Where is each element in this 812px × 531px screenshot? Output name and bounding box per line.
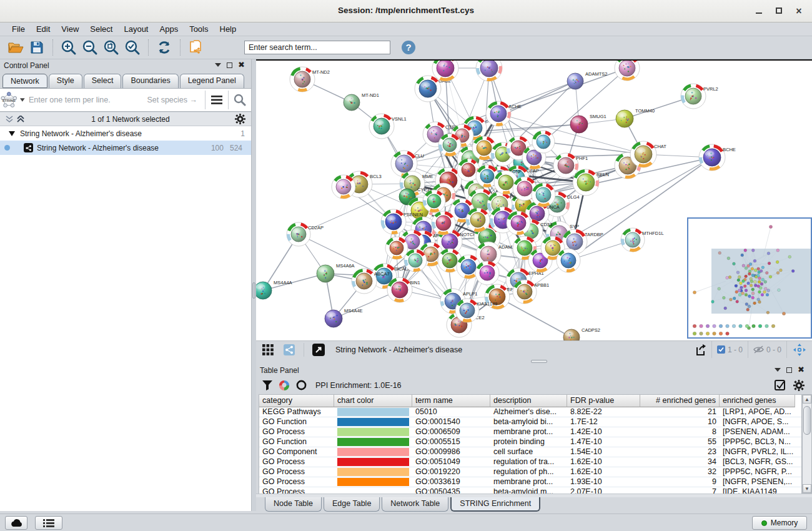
enrichment-table[interactable]: categorychart colorterm namedescriptionF… [259, 394, 802, 494]
column-header-description[interactable]: description [490, 395, 567, 407]
node-RELN[interactable]: RELN [573, 169, 609, 196]
open-session-button[interactable] [6, 39, 25, 56]
string-view-button[interactable] [280, 341, 299, 359]
table-row[interactable]: GO ProcessGO:0033619membrane prot...1.93… [259, 477, 801, 487]
column-header-chart-color[interactable]: chart color [334, 395, 412, 407]
panel-close-icon[interactable]: ✖ [238, 62, 245, 68]
table-row[interactable]: GO ProcessGO:0051049regulation of tra...… [259, 457, 801, 467]
node-PVRL2[interactable]: PVRL2 [681, 84, 718, 109]
panel-float-icon[interactable] [786, 367, 792, 373]
menu-file[interactable]: File [6, 23, 31, 36]
species-hint[interactable]: Set species → [147, 96, 205, 104]
ring-chart-icon[interactable] [296, 380, 307, 390]
column-header--enriched-genes[interactable]: # enriched genes [640, 395, 720, 407]
panel-splitter[interactable] [252, 59, 256, 511]
tab-boundaries[interactable]: Boundaries [122, 74, 178, 88]
table-row[interactable]: GO ProcessGO:0050435beta-amyloid m...2.0… [259, 487, 801, 494]
open-in-browser-button[interactable] [309, 341, 328, 359]
scroll-up-button[interactable]: ▲ [803, 395, 811, 404]
term-input-placeholder[interactable]: Enter one term per line. [25, 96, 147, 104]
string-logo[interactable]: STRING [0, 89, 25, 111]
viewport-rect[interactable] [711, 249, 811, 314]
menu-apps[interactable]: Apps [154, 23, 184, 36]
node-VSNL1[interactable]: VSNL1 [369, 114, 407, 139]
menu-select[interactable]: Select [84, 23, 118, 36]
tab-legend-panel[interactable]: Legend Panel [180, 74, 244, 88]
column-header-category[interactable]: category [259, 395, 334, 407]
refresh-button[interactable] [155, 39, 174, 56]
tab-network[interactable]: Network [2, 74, 47, 88]
grid-view-button[interactable] [259, 341, 277, 359]
menu-layout[interactable]: Layout [118, 23, 154, 36]
tab-string-enrichment[interactable]: STRING Enrichment [450, 497, 540, 512]
table-row[interactable]: GO ProcessGO:0019220regulation of ph...1… [259, 467, 801, 477]
node[interactable] [432, 61, 458, 81]
node-TOMM40[interactable]: TOMM40 [616, 108, 655, 127]
panel-menu-icon[interactable] [775, 368, 781, 372]
table-row[interactable]: GO FunctionGO:0001540beta-amyloid bi...1… [259, 417, 801, 427]
node[interactable] [423, 190, 445, 212]
scroll-down-button[interactable]: ▼ [803, 484, 811, 493]
panel-float-icon[interactable] [227, 62, 232, 68]
node[interactable] [532, 183, 555, 207]
cloud-tasks-button[interactable] [5, 516, 27, 530]
tab-node-table[interactable]: Node Table [265, 497, 322, 512]
node[interactable] [532, 131, 555, 153]
close-button[interactable]: × [791, 5, 807, 17]
gear-icon[interactable] [793, 380, 805, 391]
menu-tools[interactable]: Tools [184, 23, 214, 36]
collapse-all-icon[interactable] [5, 116, 15, 123]
filter-icon[interactable] [262, 380, 272, 390]
tab-style[interactable]: Style [49, 74, 82, 88]
node[interactable] [332, 175, 355, 199]
checkbox-icon[interactable] [717, 345, 725, 354]
table-row[interactable]: KEGG Pathways05010Alzheimer's dise...8.8… [259, 407, 801, 417]
node-ADAMTS2[interactable]: ADAMTS2 [567, 71, 607, 89]
zoom-selected-button[interactable] [123, 39, 142, 56]
select-rows-icon[interactable] [775, 380, 786, 391]
node[interactable] [615, 61, 640, 81]
node[interactable] [466, 208, 490, 232]
tab-edge-table[interactable]: Edge Table [324, 497, 380, 512]
horizontal-splitter[interactable] [256, 358, 812, 364]
panel-menu-icon[interactable] [215, 63, 221, 67]
expand-all-icon[interactable] [16, 116, 26, 123]
node-ACHE[interactable]: ACHE [486, 101, 522, 126]
tab-select[interactable]: Select [84, 74, 122, 88]
node-MT-ND1[interactable]: MT-ND1 [344, 92, 379, 111]
node-BIN1[interactable]: BIN1 [387, 277, 420, 302]
node-MTHFD1L[interactable]: MTHFD1L [621, 228, 664, 252]
table-row[interactable]: GO ComponentGO:0009986cell surface1.54E-… [259, 447, 801, 457]
navigate-button[interactable] [786, 341, 812, 358]
table-row[interactable]: GO FunctionGO:0005515protein binding1.47… [259, 437, 801, 447]
node[interactable] [404, 249, 427, 272]
menu-help[interactable]: Help [214, 23, 242, 36]
chart-donut-icon[interactable] [279, 380, 290, 391]
node-MT-ND2[interactable]: MT-ND2 [290, 67, 330, 92]
search-input[interactable] [244, 41, 390, 54]
node-APBB1[interactable]: APBB1 [513, 280, 549, 304]
memory-button[interactable]: Memory [752, 516, 807, 530]
node[interactable] [432, 211, 455, 235]
node-CADPS2[interactable]: CADPS2 [563, 327, 600, 340]
save-session-button[interactable] [27, 39, 46, 56]
node-CHAT[interactable]: CHAT [630, 141, 666, 167]
node-MS4A4E[interactable]: MS4A4E [325, 308, 363, 327]
column-header-term-name[interactable]: term name [412, 395, 490, 407]
node[interactable] [385, 237, 408, 259]
eye-slash-icon[interactable] [753, 345, 764, 354]
string-search-button[interactable] [229, 89, 251, 111]
table-row[interactable]: GO ProcessGO:0006509membrane prot...1.42… [259, 427, 801, 437]
splitter-handle[interactable] [531, 360, 547, 363]
node[interactable] [438, 134, 461, 156]
search-options-button[interactable] [205, 89, 228, 111]
network-collection-row[interactable]: String Network - Alzheimer's disease 1 [0, 126, 251, 141]
node[interactable] [476, 61, 502, 81]
scrollbar-thumb[interactable] [803, 406, 811, 435]
zoom-out-button[interactable] [81, 39, 99, 56]
node[interactable] [475, 261, 499, 285]
task-history-button[interactable] [35, 516, 62, 530]
menu-edit[interactable]: Edit [31, 23, 56, 36]
node[interactable] [507, 211, 530, 235]
minimize-button[interactable] [751, 5, 767, 17]
